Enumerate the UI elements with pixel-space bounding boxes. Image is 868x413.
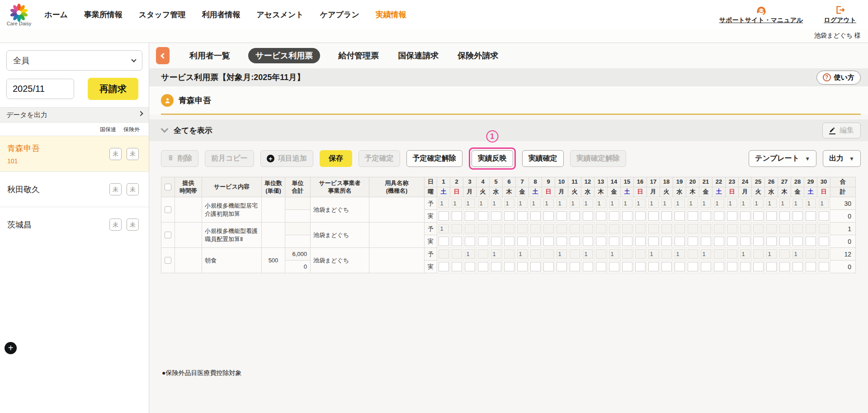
tab-3[interactable]: 給付管理票 [337,48,380,63]
actual-day-input[interactable] [517,211,528,221]
actual-day-input[interactable] [740,262,750,271]
tab-2[interactable]: サービス利用票 [248,48,320,63]
actual-day-input[interactable] [727,211,737,221]
actual-day-input[interactable] [688,237,698,246]
actual-day-input[interactable] [596,211,606,221]
actual-day-input[interactable] [583,237,593,246]
actual-day-input[interactable] [465,262,475,271]
row-checkbox[interactable] [165,257,171,264]
actual-day-input[interactable] [609,262,619,271]
confirm-plan-button[interactable]: 予定確定 [359,150,400,167]
copy-prev-month-button[interactable]: 前月コピー [205,150,254,167]
actual-day-input[interactable] [648,237,659,246]
actual-day-input[interactable] [517,262,528,271]
template-dropdown[interactable]: テンプレート▼ [749,150,816,167]
actual-day-input[interactable] [714,237,724,246]
actual-day-input[interactable] [779,211,790,221]
actual-day-input[interactable] [557,211,567,221]
actual-day-input[interactable] [491,211,501,221]
actual-day-input[interactable] [793,262,803,271]
actual-day-input[interactable] [806,211,816,221]
support-site-link[interactable]: サポートサイト・マニュアル [719,5,803,24]
actual-day-input[interactable] [675,237,685,246]
actual-day-input[interactable] [478,211,488,221]
tab-5[interactable]: 保険外請求 [457,48,499,63]
nav-item-1[interactable]: ホーム [44,9,68,20]
actual-day-input[interactable] [819,211,829,221]
actual-day-input[interactable] [819,237,829,246]
actual-day-input[interactable] [793,237,803,246]
actual-day-input[interactable] [478,237,488,246]
actual-day-input[interactable] [622,237,632,246]
actual-day-input[interactable] [648,262,659,271]
logout-link[interactable]: ログアウト [824,5,856,24]
actual-day-input[interactable] [491,262,501,271]
row-checkbox[interactable] [165,232,171,238]
actual-day-input[interactable] [793,211,803,221]
add-patient-button[interactable]: + [5,342,17,354]
actual-day-input[interactable] [543,262,554,271]
actual-day-input[interactable] [635,237,646,246]
actual-day-input[interactable] [543,237,554,246]
actual-day-input[interactable] [570,211,580,221]
rebill-button[interactable]: 再請求 [88,78,138,100]
actual-day-input[interactable] [557,262,567,271]
actual-day-input[interactable] [766,211,777,221]
actual-day-input[interactable] [714,211,724,221]
actual-day-input[interactable] [465,237,475,246]
actual-day-input[interactable] [819,262,829,271]
actual-day-input[interactable] [543,211,554,221]
actual-day-input[interactable] [727,237,737,246]
actual-day-input[interactable] [701,237,711,246]
actual-day-input[interactable] [530,237,541,246]
actual-day-input[interactable] [740,237,750,246]
actual-day-input[interactable] [609,237,619,246]
target-month-input[interactable]: 2025/11 [6,79,74,99]
actual-day-input[interactable] [609,211,619,221]
actual-day-input[interactable] [622,262,632,271]
actual-day-input[interactable] [727,262,737,271]
actual-day-input[interactable] [596,262,606,271]
patient-filter-select[interactable]: 全員 [6,50,142,71]
actual-day-input[interactable] [675,211,685,221]
actual-day-input[interactable] [635,262,646,271]
actual-day-input[interactable] [779,262,790,271]
select-all-checkbox[interactable] [165,184,171,190]
actual-day-input[interactable] [530,262,541,271]
delete-button[interactable]: 削除 [161,150,198,167]
actual-day-input[interactable] [504,211,514,221]
nav-item-7[interactable]: 実績情報 [376,9,406,20]
export-data-row[interactable]: データを出力 [0,107,149,123]
show-all-toggle[interactable]: 全てを表示 [162,125,212,136]
actual-day-input[interactable] [701,262,711,271]
actual-day-input[interactable] [661,211,672,221]
actual-day-input[interactable] [806,237,816,246]
help-button[interactable]: ? 使い方 [816,71,861,85]
row-checkbox[interactable] [165,206,171,213]
unconfirm-plan-button[interactable]: 予定確定解除 [406,150,462,167]
actual-day-input[interactable] [452,262,462,271]
actual-day-input[interactable] [701,211,711,221]
patient-list-item[interactable]: 青森申吾101未未 [0,136,149,171]
actual-day-input[interactable] [439,262,449,271]
tab-4[interactable]: 国保連請求 [397,48,439,63]
nav-item-3[interactable]: スタッフ管理 [139,9,186,20]
save-button[interactable]: 保存 [320,150,352,167]
actual-day-input[interactable] [478,262,488,271]
actual-day-input[interactable] [779,237,790,246]
unconfirm-actual-button[interactable]: 実績確定解除 [570,150,626,167]
actual-day-input[interactable] [753,262,764,271]
output-dropdown[interactable]: 出力▼ [823,150,861,167]
actual-day-input[interactable] [675,262,685,271]
actual-day-input[interactable] [504,262,514,271]
care-daisy-logo[interactable]: Care Daisy [5,3,33,26]
nav-item-2[interactable]: 事業所情報 [84,9,123,20]
actual-day-input[interactable] [766,237,777,246]
confirm-actual-button[interactable]: 実績確定 [522,150,564,167]
actual-day-input[interactable] [557,237,567,246]
sidebar-collapse-button[interactable] [156,47,170,64]
actual-day-input[interactable] [753,237,764,246]
actual-day-input[interactable] [635,211,646,221]
actual-day-input[interactable] [491,237,501,246]
tab-1[interactable]: 利用者一覧 [189,48,231,63]
